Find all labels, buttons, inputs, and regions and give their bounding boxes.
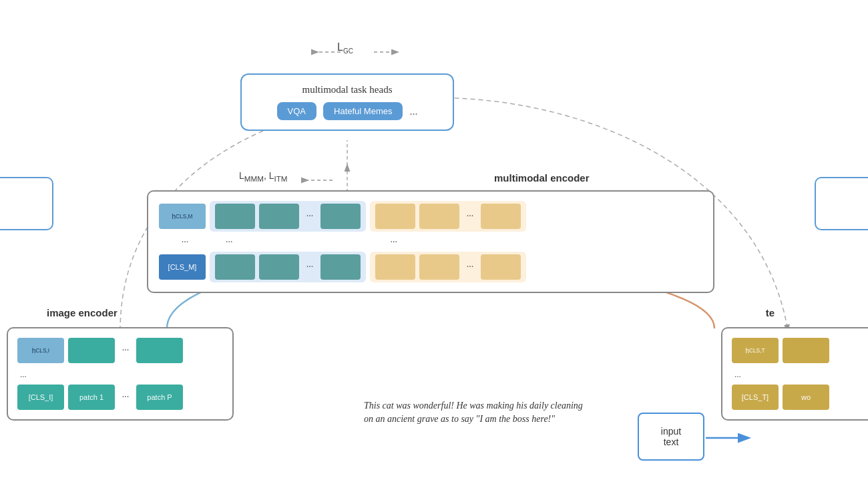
orange-section-top: ···	[370, 201, 526, 232]
img-encoder-row-top: hCLS,I ···	[17, 338, 223, 363]
cell-wo: wo	[783, 385, 829, 410]
right-partial-box	[815, 177, 868, 230]
caption-italic: This cat was wonderful! He was making hi…	[364, 401, 583, 424]
image-encoder-label: image encoder	[47, 307, 118, 318]
blue-section-top: ···	[210, 201, 366, 232]
left-partial-box	[0, 177, 53, 230]
text-encoder-label: te	[766, 307, 775, 318]
img-cell-2	[136, 338, 183, 363]
text-encoder-row-top: hCLS,T	[732, 338, 859, 363]
cell-h-clsm: hCLS,M	[159, 204, 206, 229]
task-heads-buttons: VQA Hateful Memes ...	[255, 102, 439, 120]
image-encoder-box: hCLS,I ··· ··· [CLS_I] patch 1 ··· patch…	[7, 327, 234, 421]
lgc-l: L	[337, 41, 343, 53]
task-heads-title: multimodal task heads	[255, 84, 439, 95]
task-heads-box: multimodal task heads VQA Hateful Memes …	[240, 73, 454, 131]
cell-teal-1	[215, 204, 255, 229]
dots-1: ···	[303, 211, 316, 222]
cell-orange-2	[419, 204, 459, 229]
img-encoder-row-bottom: [CLS_I] patch 1 ··· patch P	[17, 385, 223, 410]
cell-teal-3	[320, 204, 361, 229]
dots-4: ···	[463, 262, 477, 272]
mm-encoder-box: hCLS,M ··· ··· ··· ··· ··· [CLS_M]	[147, 190, 714, 293]
encoder-dots-row: ··· ··· ···	[159, 237, 702, 248]
cell-cls-t: [CLS_T]	[732, 385, 779, 410]
dots-2: ···	[463, 211, 477, 222]
caption-text: This cat was wonderful! He was making hi…	[364, 399, 591, 427]
text-encoder-row-bottom: [CLS_T] wo	[732, 385, 859, 410]
cell-cls-i: [CLS_I]	[17, 385, 64, 410]
cell-cls-m: [CLS_M]	[159, 254, 206, 280]
img-dots-1: ···	[119, 345, 132, 356]
cell-patchp: patch P	[136, 385, 183, 410]
cell-teal-5	[259, 254, 299, 280]
cell-orange-1	[375, 204, 415, 229]
cell-patch1: patch 1	[68, 385, 115, 410]
mm-encoder-label: multimodal encoder	[494, 172, 590, 184]
cell-orange-5	[419, 254, 459, 280]
cell-teal-2	[259, 204, 299, 229]
hateful-memes-button[interactable]: Hateful Memes	[323, 102, 403, 120]
text-cell-1	[783, 338, 829, 363]
img-dots-2: ···	[119, 392, 132, 403]
cell-h-clsi: hCLS,I	[17, 338, 64, 363]
cell-h-clst: hCLS,T	[732, 338, 779, 363]
text-encoder-box: hCLS,T ··· [CLS_T] wo	[721, 327, 868, 421]
input-text-box: inputtext	[638, 413, 704, 461]
cell-orange-6	[481, 254, 521, 280]
orange-section-bottom: ···	[370, 252, 526, 282]
lmmm-label: LMMM, LITM	[239, 170, 288, 183]
encoder-row-bottom: [CLS_M] ··· ···	[159, 252, 702, 282]
lgc-sub: GC	[343, 47, 353, 55]
input-text-label: inputtext	[661, 426, 681, 447]
cell-teal-4	[215, 254, 255, 280]
img-cell-1	[68, 338, 115, 363]
cell-teal-6	[320, 254, 361, 280]
vqa-button[interactable]: VQA	[277, 102, 316, 120]
cell-orange-3	[481, 204, 521, 229]
task-dots: ...	[409, 105, 417, 117]
dots-3: ···	[303, 262, 316, 272]
cell-orange-4	[375, 254, 415, 280]
lgc-label: LGC	[337, 41, 353, 55]
blue-section-bottom: ···	[210, 252, 366, 282]
encoder-row-top: hCLS,M ··· ···	[159, 201, 702, 232]
diagram-container: LGC multimodal task heads VQA Hateful Me…	[0, 0, 868, 488]
